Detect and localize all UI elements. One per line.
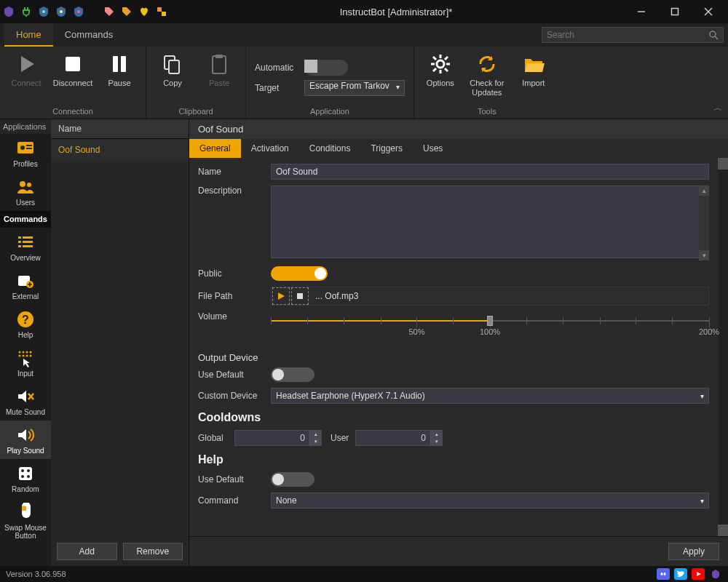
paste-button[interactable]: Paste bbox=[199, 49, 240, 88]
sound-icon bbox=[15, 425, 36, 445]
description-input[interactable] bbox=[271, 186, 709, 258]
play-icon bbox=[15, 52, 38, 76]
main-area: Applications Profiles Users Commands Ove… bbox=[0, 119, 728, 566]
app-commands[interactable]: Commands bbox=[0, 211, 51, 228]
cooldown-user-input[interactable]: 0 ▴▾ bbox=[355, 430, 443, 446]
use-default-toggle[interactable] bbox=[271, 367, 314, 382]
help-use-default-toggle[interactable] bbox=[271, 472, 314, 487]
svg-point-56 bbox=[21, 475, 24, 478]
tab-commands[interactable]: Commands bbox=[53, 23, 124, 47]
pause-button[interactable]: Pause bbox=[99, 49, 140, 88]
cooldown-global-input[interactable]: 0 ▴▾ bbox=[234, 430, 322, 446]
import-button[interactable]: Import bbox=[513, 49, 554, 88]
automatic-toggle[interactable] bbox=[304, 60, 348, 76]
name-column-header[interactable]: Name bbox=[51, 119, 189, 139]
search-input[interactable] bbox=[547, 30, 708, 40]
etab-conditions[interactable]: Conditions bbox=[299, 139, 361, 158]
connect-button[interactable]: Connect bbox=[6, 49, 47, 88]
app-help[interactable]: ? Help bbox=[0, 305, 51, 343]
gear-icon bbox=[429, 52, 452, 76]
svg-point-46 bbox=[30, 351, 32, 354]
user-spin-down[interactable]: ▾ bbox=[430, 438, 442, 445]
app-external[interactable]: External bbox=[0, 266, 51, 305]
search-box[interactable] bbox=[542, 27, 724, 43]
heart-icon bbox=[138, 6, 150, 17]
ribbon-collapse-button[interactable]: ︿ bbox=[713, 102, 722, 114]
editor-body: Name Description ▴▾ Public File Path bbox=[189, 158, 728, 536]
ribbon-group-application: Automatic Target Escape From Tarkov Appl… bbox=[246, 47, 414, 119]
description-scrollbar[interactable]: ▴▾ bbox=[699, 186, 709, 260]
app-users[interactable]: Users bbox=[0, 172, 51, 211]
editor-panel: Oof Sound General Activation Conditions … bbox=[189, 119, 728, 566]
tab-home[interactable]: Home bbox=[4, 23, 53, 47]
discord-icon[interactable] bbox=[657, 568, 670, 580]
app-tray-icon[interactable] bbox=[709, 568, 722, 580]
app-mute-sound[interactable]: Mute Sound bbox=[0, 382, 51, 420]
svg-rect-16 bbox=[213, 56, 226, 73]
check-updates-button[interactable]: Check for Updates bbox=[467, 49, 507, 97]
svg-point-54 bbox=[21, 469, 24, 472]
etab-general[interactable]: General bbox=[189, 139, 241, 158]
applications-sidebar: Applications Profiles Users Commands Ove… bbox=[0, 119, 51, 566]
close-button[interactable] bbox=[692, 0, 725, 23]
shield-icon-2 bbox=[55, 6, 67, 17]
applications-header: Applications bbox=[0, 119, 51, 134]
global-spin-up[interactable]: ▴ bbox=[309, 431, 321, 438]
apply-button[interactable]: Apply bbox=[668, 543, 719, 560]
help-heading: Help bbox=[198, 453, 709, 466]
file-play-button[interactable] bbox=[272, 287, 290, 305]
plug-icon bbox=[20, 6, 32, 17]
app-play-sound[interactable]: Play Sound bbox=[0, 420, 51, 459]
app-random[interactable]: Random bbox=[0, 459, 51, 498]
twitter-icon[interactable] bbox=[674, 568, 687, 580]
list-item[interactable]: Oof Sound bbox=[51, 139, 189, 161]
etab-activation[interactable]: Activation bbox=[241, 139, 299, 158]
user-spin-up[interactable]: ▴ bbox=[430, 431, 442, 438]
svg-rect-34 bbox=[23, 236, 33, 239]
app-profiles[interactable]: Profiles bbox=[0, 134, 51, 172]
public-toggle[interactable] bbox=[271, 266, 328, 281]
command-label: Command bbox=[198, 495, 264, 506]
shield-icon-3 bbox=[73, 6, 84, 17]
scrollbar-up[interactable] bbox=[718, 158, 728, 170]
editor-footer: Apply bbox=[189, 536, 728, 566]
external-icon bbox=[15, 271, 36, 291]
global-spin-down[interactable]: ▾ bbox=[309, 438, 321, 445]
overview-icon bbox=[15, 232, 36, 252]
app-swap-mouse[interactable]: Swap Mouse Button bbox=[0, 498, 51, 544]
scrollbar-down[interactable] bbox=[718, 525, 728, 536]
etab-triggers[interactable]: Triggers bbox=[360, 139, 413, 158]
options-button[interactable]: Options bbox=[420, 49, 461, 88]
mute-icon bbox=[15, 386, 36, 407]
filepath-input[interactable]: ... Oof.mp3 bbox=[271, 287, 709, 306]
svg-rect-29 bbox=[26, 145, 32, 146]
app-overview[interactable]: Overview bbox=[0, 228, 51, 266]
add-button[interactable]: Add bbox=[57, 543, 117, 560]
svg-point-47 bbox=[19, 355, 21, 357]
name-input[interactable] bbox=[271, 164, 709, 180]
menubar: Home Commands bbox=[0, 23, 728, 47]
disconnect-button[interactable]: Disconnect bbox=[52, 49, 93, 88]
volume-slider[interactable]: 50% 100% 200% bbox=[271, 314, 709, 335]
use-default-label: Use Default bbox=[198, 370, 264, 380]
svg-line-24 bbox=[445, 68, 448, 71]
youtube-icon[interactable] bbox=[692, 568, 705, 580]
svg-rect-15 bbox=[169, 60, 179, 73]
ribbon-group-clipboard: Copy Paste Clipboard bbox=[146, 47, 246, 119]
copy-button[interactable]: Copy bbox=[152, 49, 193, 88]
etab-uses[interactable]: Uses bbox=[413, 139, 453, 158]
custom-device-select[interactable]: Headset Earphone (HyperX 7.1 Audio) bbox=[271, 388, 709, 404]
svg-rect-11 bbox=[66, 57, 80, 71]
remove-button[interactable]: Remove bbox=[123, 543, 183, 560]
stop-icon bbox=[61, 52, 84, 76]
maximize-button[interactable] bbox=[658, 0, 692, 23]
svg-rect-53 bbox=[19, 467, 32, 480]
editor-scrollbar[interactable] bbox=[718, 158, 728, 536]
app-input[interactable]: Input bbox=[0, 343, 51, 382]
file-stop-button[interactable] bbox=[291, 287, 309, 305]
svg-rect-13 bbox=[121, 56, 126, 72]
minimize-button[interactable] bbox=[625, 0, 658, 23]
shield-icon-1 bbox=[38, 6, 50, 17]
command-select[interactable]: None bbox=[271, 493, 709, 509]
target-select[interactable]: Escape From Tarkov bbox=[304, 80, 405, 96]
